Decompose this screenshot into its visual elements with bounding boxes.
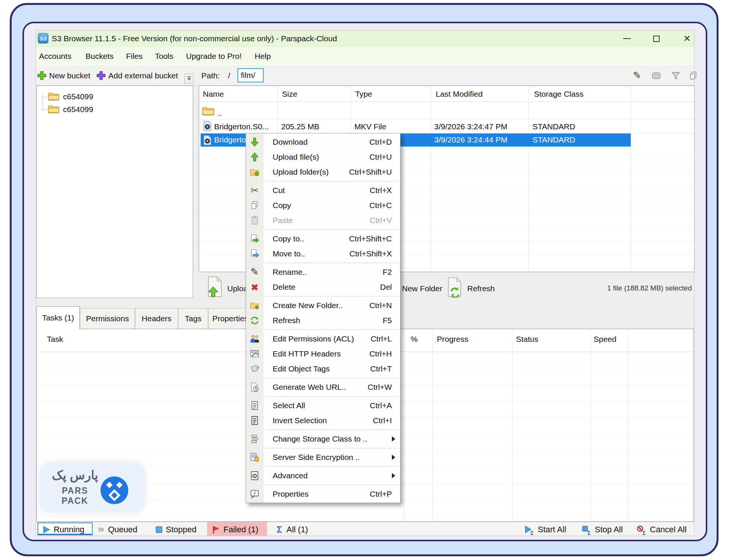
file-row-name[interactable]: Bridgerton.S0... — [214, 122, 269, 131]
preview-tool-icon[interactable] — [651, 71, 661, 81]
sigma-icon: Σ — [275, 525, 284, 534]
tree-item-bucket[interactable]: c654099 — [63, 92, 93, 101]
tree-item-bucket[interactable]: c654099 — [63, 105, 93, 114]
menu-item-label: Create New Folder.. — [273, 301, 343, 310]
stop-all-button[interactable]: Stop All — [595, 525, 623, 535]
menu-separator — [246, 295, 400, 298]
advanced-icon: ⚙ — [246, 470, 263, 481]
task-column-percent[interactable]: % — [411, 335, 418, 344]
menu-item-download[interactable]: DownloadCtrl+D — [246, 135, 400, 150]
maximize-button[interactable] — [650, 33, 662, 45]
menu-item-move-to[interactable]: Move to..Ctrl+Shift+X — [246, 246, 400, 261]
menu-item-change-storage-class[interactable]: Change Storage Class to .. — [246, 431, 400, 446]
filter-running-label[interactable]: Running — [54, 525, 84, 535]
menu-item-label: Download — [273, 138, 308, 147]
tree-connector — [42, 97, 47, 97]
task-column-task[interactable]: Task — [47, 335, 63, 344]
media-file-icon — [203, 121, 212, 131]
stop-all-icon: Σ — [581, 525, 592, 536]
download-icon — [246, 137, 263, 147]
filter-stopped[interactable]: Stopped — [166, 525, 196, 535]
menu-item-cut[interactable]: ✂CutCtrl+X — [246, 183, 400, 198]
menu-item-upload-files[interactable]: Upload file(s)Ctrl+U — [246, 150, 400, 165]
menu-item-upload-folders[interactable]: Upload folder(s)Ctrl+Shift+U — [246, 165, 400, 180]
menu-item-copy-to[interactable]: Copy to..Ctrl+Shift+C — [246, 231, 400, 246]
copy-tool-icon[interactable] — [688, 71, 698, 81]
start-all-button[interactable]: Start All — [538, 525, 566, 535]
menu-buckets[interactable]: Buckets — [86, 52, 114, 61]
filter-tool-icon[interactable] — [671, 71, 681, 81]
menu-item-select-all[interactable]: Select AllCtrl+A — [246, 398, 400, 413]
copy-icon — [246, 200, 263, 211]
column-header-type[interactable]: Type — [355, 90, 372, 99]
upload-button-icon[interactable] — [206, 276, 224, 298]
new-bucket-button[interactable]: New bucket — [49, 71, 90, 80]
menu-item-shortcut: Ctrl+X — [370, 186, 392, 195]
refresh-button[interactable]: Refresh — [467, 284, 495, 293]
menu-item-rename[interactable]: ✎Rename..F2 — [246, 265, 400, 280]
column-header-storage[interactable]: Storage Class — [534, 90, 584, 99]
tab-tasks[interactable]: Tasks (1) — [36, 306, 80, 329]
menu-item-shortcut: Ctrl+V — [370, 216, 392, 225]
parspack-mark-icon — [100, 476, 129, 505]
column-header-modified[interactable]: Last Modified — [436, 90, 483, 99]
svg-text:Σ: Σ — [642, 530, 645, 536]
toolbar-overflow-button[interactable] — [184, 73, 194, 84]
column-header-name[interactable]: Name — [203, 90, 224, 99]
path-input[interactable] — [237, 68, 264, 82]
add-external-bucket-button[interactable]: Add external bucket — [108, 71, 178, 80]
menu-item-label: Copy to.. — [273, 234, 304, 243]
parspack-wordmark-fa: پارس پک — [47, 468, 103, 482]
menu-item-invert-selection[interactable]: Invert SelectionCtrl+I — [246, 413, 400, 428]
filter-queued[interactable]: Queued — [108, 525, 137, 535]
menu-item-shortcut: Ctrl+Shift+C — [349, 234, 392, 243]
task-column-speed[interactable]: Speed — [594, 335, 616, 344]
filter-all[interactable]: All (1) — [286, 525, 308, 535]
close-button[interactable]: ✕ — [681, 33, 693, 45]
menu-help[interactable]: Help — [255, 52, 271, 61]
task-column-status[interactable]: Status — [516, 335, 538, 344]
menu-item-refresh[interactable]: RefreshF5 — [246, 313, 400, 328]
menu-separator — [246, 180, 400, 183]
menu-item-create-new-folder[interactable]: Create New Folder..Ctrl+N — [246, 298, 400, 313]
menu-item-shortcut: Ctrl+A — [370, 401, 392, 410]
menu-separator — [246, 328, 400, 331]
menu-upgrade[interactable]: Upgrade to Pro! — [186, 52, 242, 61]
column-header-size[interactable]: Size — [282, 90, 297, 99]
file-row-parent[interactable]: .. — [218, 109, 222, 118]
refresh-button-icon[interactable] — [446, 277, 463, 298]
tab-headers[interactable]: Headers — [135, 308, 178, 329]
menu-item-edit-permissions[interactable]: Edit Permissions (ACL)Ctrl+L — [246, 331, 400, 346]
menu-item-edit-object-tags[interactable]: Edit Object TagsCtrl+T — [246, 361, 400, 376]
minimize-button[interactable] — [621, 33, 633, 45]
tab-tags[interactable]: Tags — [178, 308, 208, 329]
tab-permissions[interactable]: Permissions — [80, 308, 135, 329]
window-title: S3 Browser 11.1.5 - Free Version (for no… — [52, 34, 337, 43]
menu-item-label: Copy — [273, 201, 291, 210]
path-label: Path: — [201, 71, 220, 80]
tree-connector — [42, 93, 42, 110]
menu-item-shortcut: Ctrl+H — [369, 349, 392, 358]
tree-connector — [42, 109, 47, 110]
web-url-icon — [246, 382, 263, 392]
task-column-progress[interactable]: Progress — [437, 335, 468, 344]
tags-icon — [246, 364, 263, 374]
rename-tool-icon[interactable]: ✎ — [632, 71, 642, 81]
new-folder-button[interactable]: New Folder — [402, 284, 442, 293]
menu-separator — [246, 465, 400, 468]
menu-item-generate-web-url[interactable]: Generate Web URL..Ctrl+W — [246, 380, 400, 395]
menu-tools[interactable]: Tools — [155, 52, 173, 61]
path-root[interactable]: / — [228, 71, 230, 80]
menu-accounts[interactable]: Accounts — [39, 52, 71, 61]
menu-item-copy[interactable]: CopyCtrl+C — [246, 198, 400, 213]
svg-text:Σ: Σ — [277, 525, 282, 534]
filter-failed-label[interactable]: Failed (1) — [224, 525, 258, 535]
cancel-all-button[interactable]: Cancel All — [650, 525, 687, 535]
menu-item-properties[interactable]: iPropertiesCtrl+P — [246, 487, 400, 502]
menu-files[interactable]: Files — [126, 52, 142, 61]
menu-item-edit-http-headers[interactable]: Edit HTTP HeadersCtrl+H — [246, 346, 400, 361]
menu-item-delete[interactable]: ✖DeleteDel — [246, 280, 400, 295]
menu-separator — [246, 428, 400, 431]
menu-item-advanced[interactable]: ⚙Advanced — [246, 468, 400, 483]
menu-item-server-side-encryption[interactable]: Server Side Encryption .. — [246, 450, 400, 465]
